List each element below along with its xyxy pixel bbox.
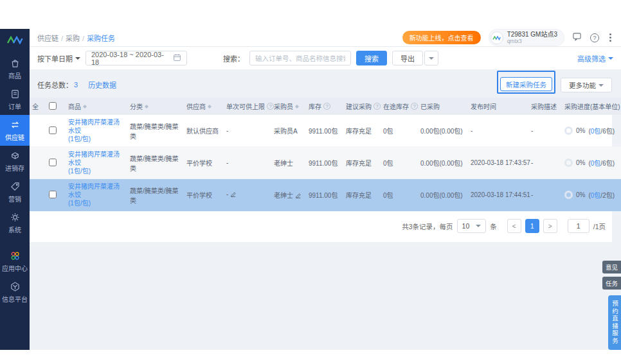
product-link[interactable]: 安井猪肉芹菜灌汤水饺 xyxy=(68,118,125,135)
more-functions-button[interactable]: 更多功能 xyxy=(561,78,612,92)
sidebar-item-goods[interactable]: 商品 xyxy=(0,53,30,84)
page-1-button[interactable]: 1 xyxy=(525,219,539,233)
history-data-link[interactable]: 历史数据 xyxy=(88,80,116,90)
product-link[interactable]: 安井猪肉芹菜灌汤水饺 xyxy=(68,182,125,199)
purchase-task-table: 全 商品 分类 供应商 单次可供上限? 采购员 库存? 建议采购? 在途库存? … xyxy=(30,98,621,211)
edit-icon[interactable] xyxy=(230,191,237,199)
progress-detail-link[interactable]: 0包 xyxy=(591,128,601,135)
sidebar-item-info-platform[interactable]: 信息平台 xyxy=(0,277,30,308)
supplier-cell: 默认供应商 xyxy=(184,115,224,147)
inventory-icon xyxy=(10,150,21,161)
account-chip[interactable]: T29831 GM站点3 qmtx3 xyxy=(489,29,564,46)
per-page-select[interactable]: 10 xyxy=(457,219,487,233)
search-input[interactable] xyxy=(249,51,351,65)
category-cell: 蔬菜/腌菜类/腌菜类 xyxy=(127,115,184,147)
more-menu-icon[interactable] xyxy=(608,33,613,42)
export-dropdown-button[interactable] xyxy=(424,51,438,65)
sidebar-item-supply-chain[interactable]: 供应链 xyxy=(0,115,30,146)
info-icon[interactable]: ? xyxy=(374,103,381,110)
next-page-button[interactable]: > xyxy=(543,219,557,233)
breadcrumb-supply-chain[interactable]: 供应链 xyxy=(37,33,59,43)
transit-cell: 0包 xyxy=(381,115,418,147)
feedback-edge-tab[interactable]: 意见 xyxy=(602,261,621,273)
info-icon[interactable]: ? xyxy=(323,103,330,110)
edit-icon[interactable] xyxy=(295,193,302,200)
app-window: 商品 订单 供应链 xyxy=(0,29,621,350)
task-total-count: 3 xyxy=(74,81,78,89)
header-category[interactable]: 分类 xyxy=(127,98,184,115)
date-type-label: 按下单日期 xyxy=(37,53,73,64)
row-checkbox[interactable] xyxy=(49,126,57,134)
sidebar-item-marketing[interactable]: 营销 xyxy=(0,177,30,207)
sort-icon[interactable] xyxy=(145,103,148,110)
task-total-label: 任务总数： xyxy=(37,80,73,90)
sort-icon[interactable] xyxy=(295,103,299,110)
message-icon[interactable] xyxy=(572,31,582,44)
sidebar-item-label: 信息平台 xyxy=(2,294,28,304)
header-stock: 库存? xyxy=(306,98,343,115)
order-icon xyxy=(10,89,21,100)
progress-donut xyxy=(564,159,573,167)
sidebar-item-system[interactable]: 系统 xyxy=(0,207,30,238)
pagination-unit: 条 xyxy=(490,221,497,231)
filter-bar: 按下单日期 2020-03-18 ~ 2020-03-18 搜索： 搜索 导出 xyxy=(30,47,621,69)
search-button[interactable]: 搜索 xyxy=(356,51,387,65)
create-purchase-task-button[interactable]: 新建采购任务 xyxy=(500,77,552,91)
stock-cell: 9911.00包 xyxy=(306,115,343,147)
sidebar-item-app-center[interactable]: 应用中心 xyxy=(0,246,30,277)
help-icon[interactable]: ? xyxy=(590,33,599,42)
info-icon[interactable]: ? xyxy=(267,103,274,110)
sidebar-item-inventory[interactable]: 进销存 xyxy=(0,146,30,177)
product-spec[interactable]: (1包/包) xyxy=(68,199,125,207)
desc-cell: - xyxy=(528,147,562,179)
header-select-all-label: 全 xyxy=(30,98,46,115)
product-spec[interactable]: (1包/包) xyxy=(68,135,125,143)
prev-page-button[interactable]: < xyxy=(507,219,521,233)
header-supplier[interactable]: 供应商 xyxy=(184,98,224,115)
export-button[interactable]: 导出 xyxy=(392,51,423,65)
purchase-task-table-card: 全 商品 分类 供应商 单次可供上限? 采购员 库存? 建议采购? 在途库存? … xyxy=(30,98,612,242)
account-name: T29831 GM站点3 xyxy=(507,31,557,38)
date-type-select[interactable]: 按下单日期 xyxy=(37,53,80,64)
breadcrumb-purchase[interactable]: 采购 xyxy=(61,33,80,43)
more-functions-label: 更多功能 xyxy=(569,80,596,90)
header-suggest-purchase: 建议采购? xyxy=(343,98,381,115)
table-header-row: 全 商品 分类 供应商 单次可供上限? 采购员 库存? 建议采购? 在途库存? … xyxy=(30,98,621,115)
desc-cell: - xyxy=(528,115,562,147)
sidebar-item-label: 订单 xyxy=(8,101,21,111)
date-range-input[interactable]: 2020-03-18 ~ 2020-03-18 xyxy=(86,51,187,65)
sort-icon[interactable] xyxy=(208,103,212,110)
sidebar-item-label: 系统 xyxy=(8,225,21,234)
product-link[interactable]: 安井猪肉芹菜灌汤水饺 xyxy=(68,150,125,167)
table-row: 安井猪肉芹菜灌汤水饺(1包/包) 蔬菜/腌菜类/腌菜类 平价学校 - 老绅士 9… xyxy=(30,147,621,179)
live-service-edge-tab[interactable]: 预约直播服务 xyxy=(608,295,621,350)
sidebar-item-orders[interactable]: 订单 xyxy=(0,84,30,115)
page-jump-input[interactable] xyxy=(568,219,590,233)
sort-icon[interactable] xyxy=(83,103,87,110)
row-checkbox[interactable] xyxy=(49,159,57,166)
new-feature-promo-button[interactable]: 新功能上线，点击查看 xyxy=(402,31,481,44)
buyer-cell: 采购员A xyxy=(271,115,306,147)
product-spec[interactable]: (1包/包) xyxy=(68,167,125,175)
select-all-checkbox[interactable] xyxy=(49,102,57,110)
header-product[interactable]: 商品 xyxy=(66,98,127,115)
supplier-cell: 平价学校 xyxy=(184,179,224,211)
header-buyer[interactable]: 采购员 xyxy=(271,98,306,115)
main-area: 供应链 采购 采购任务 新功能上线，点击查看 T xyxy=(30,29,621,350)
stock-cell: 9911.00包 xyxy=(306,147,343,179)
info-icon[interactable]: ? xyxy=(411,103,418,110)
row-checkbox[interactable] xyxy=(49,191,57,198)
publish-time-cell: 2020-03-18 17:44:51 xyxy=(468,179,528,211)
progress-detail-link[interactable]: 0包 xyxy=(591,192,601,199)
account-subname: qmtx3 xyxy=(507,38,557,44)
header-publish-time: 发布时间 xyxy=(468,98,528,115)
sidebar-item-label: 应用中心 xyxy=(2,263,28,273)
category-cell: 蔬菜/腌菜类/腌菜类 xyxy=(127,147,184,179)
progress-donut xyxy=(564,191,573,199)
breadcrumb: 供应链 采购 采购任务 xyxy=(37,33,115,43)
task-edge-tab[interactable]: 任务 xyxy=(602,277,621,290)
progress-detail-link[interactable]: 0包 xyxy=(591,160,601,167)
sidebar-item-label: 商品 xyxy=(8,71,21,80)
advanced-filter-link[interactable]: 高级筛选 xyxy=(577,53,613,64)
supply-limit-cell: - xyxy=(224,147,271,179)
